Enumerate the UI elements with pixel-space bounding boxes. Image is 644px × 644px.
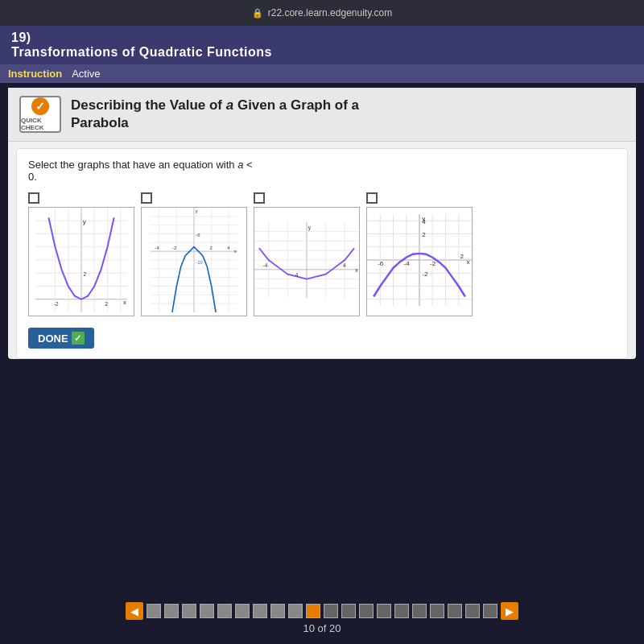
svg-text:2: 2 [460, 253, 464, 260]
graph-box-2: -4 -2 2 4 x y -6 -10 [141, 207, 247, 316]
svg-text:4: 4 [343, 262, 346, 268]
page-box-10[interactable] [306, 604, 320, 618]
svg-text:-4: -4 [404, 260, 411, 267]
svg-text:x: x [234, 249, 237, 254]
page-box-2[interactable] [164, 604, 179, 618]
svg-text:-6: -6 [378, 260, 384, 267]
page-box-15[interactable] [394, 604, 409, 618]
svg-text:2: 2 [422, 231, 426, 238]
page-box-7[interactable] [253, 604, 267, 618]
lesson-title: Describing the Value of a Given a Graph … [71, 97, 359, 132]
page-box-20[interactable] [483, 604, 497, 618]
graph-box-4: -6 -4 -2 2 4 2 -2 x y [366, 207, 473, 316]
page-box-9[interactable] [288, 604, 303, 618]
page-box-14[interactable] [377, 604, 391, 618]
lock-icon: 🔒 [252, 8, 263, 19]
svg-text:2: 2 [83, 271, 86, 277]
svg-text:x: x [467, 258, 470, 266]
done-label: DONE [38, 332, 68, 345]
svg-text:y: y [308, 225, 312, 231]
svg-text:-10: -10 [196, 260, 203, 265]
svg-text:2: 2 [105, 301, 108, 307]
graph-item-2: -4 -2 2 4 x y -6 -10 [141, 192, 247, 316]
page-box-4[interactable] [200, 604, 214, 618]
svg-text:-2: -2 [172, 246, 176, 250]
badge-label: QUICK CHECK [21, 117, 60, 131]
page-box-16[interactable] [412, 604, 427, 618]
svg-text:4: 4 [227, 246, 230, 250]
graph-checkbox-1[interactable] [28, 192, 39, 204]
svg-text:-6: -6 [196, 233, 200, 237]
page-box-17[interactable] [430, 604, 444, 618]
page-box-1[interactable] [147, 604, 161, 618]
graph-item-3: -4 4 4 y x [254, 192, 360, 316]
graphs-row: y x -2 2 2 [28, 192, 616, 316]
nav-bar: Instruction Active [0, 64, 644, 83]
page-box-3[interactable] [182, 604, 196, 618]
pagination-bar: ◀ ▶ [0, 602, 644, 620]
content-area: ✓ QUICK CHECK Describing the Value of a … [8, 88, 636, 359]
svg-text:-4: -4 [263, 262, 268, 268]
svg-text:-2: -2 [54, 301, 59, 307]
lesson-header: ✓ QUICK CHECK Describing the Value of a … [8, 88, 636, 142]
graph-checkbox-4[interactable] [366, 192, 378, 204]
page-box-18[interactable] [448, 604, 462, 618]
page-box-12[interactable] [341, 604, 356, 618]
graph-checkbox-3[interactable] [254, 192, 265, 204]
page-number: 19) [11, 31, 31, 44]
page-header: 19) Transformations of Quadratic Functio… [0, 26, 644, 64]
nav-active-label: Active [72, 68, 100, 80]
browser-bar: 🔒 r22.core.learn.edgenuity.com [0, 0, 644, 26]
page-title: Transformations of Quadratic Functions [11, 45, 272, 59]
svg-text:x: x [123, 299, 126, 306]
graph-box-3: -4 4 4 y x [254, 207, 360, 316]
nav-instruction[interactable]: Instruction [8, 68, 62, 80]
done-button[interactable]: DONE ✓ [28, 328, 94, 349]
svg-text:-2: -2 [430, 260, 436, 267]
page-indicator: 10 of 20 [303, 622, 341, 634]
next-page-button[interactable]: ▶ [501, 602, 518, 620]
page-box-5[interactable] [217, 604, 232, 618]
page-box-8[interactable] [270, 604, 285, 618]
browser-url: r22.core.learn.edgenuity.com [268, 7, 393, 19]
quick-check-badge: ✓ QUICK CHECK [19, 96, 61, 133]
page-box-13[interactable] [359, 604, 374, 618]
svg-text:y: y [83, 218, 87, 225]
svg-text:-4: -4 [155, 246, 159, 250]
graph-item-4: -6 -4 -2 2 4 2 -2 x y [366, 192, 473, 316]
page-box-6[interactable] [235, 604, 250, 618]
checkmark-icon: ✓ [31, 97, 49, 115]
svg-text:y: y [196, 209, 198, 214]
page-box-19[interactable] [465, 604, 480, 618]
svg-text:2: 2 [210, 246, 213, 250]
svg-text:x: x [355, 267, 358, 273]
svg-text:-2: -2 [422, 270, 428, 278]
graph-item-1: y x -2 2 2 [28, 192, 134, 316]
prev-page-button[interactable]: ◀ [126, 602, 143, 620]
question-area: Select the graphs that have an equation … [16, 148, 628, 359]
graph-checkbox-2[interactable] [141, 192, 152, 204]
question-text: Select the graphs that have an equation … [28, 159, 616, 183]
page-box-11[interactable] [324, 604, 338, 618]
svg-text:4: 4 [295, 272, 299, 278]
done-check-icon: ✓ [72, 332, 85, 345]
graph-box-1: y x -2 2 2 [28, 207, 134, 316]
